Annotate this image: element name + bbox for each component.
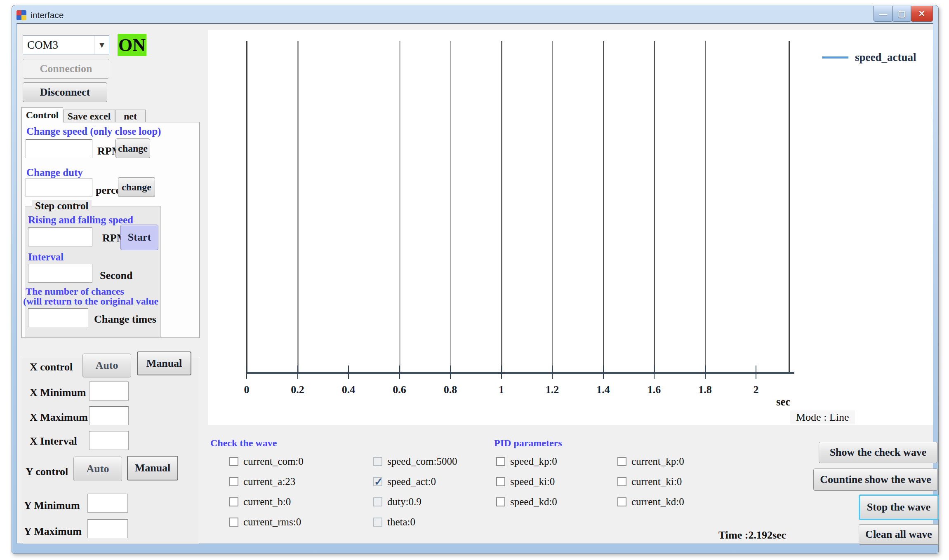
plot-area: 00.20.40.60.811.21.41.61.82 [247, 41, 794, 374]
continue-show-wave-button[interactable]: Countine show the wave [813, 469, 938, 491]
checkbox-label: current_a:23 [243, 476, 295, 487]
check-wave-title: Check the wave [210, 438, 277, 449]
changes-note-line2: (will return to the original value [23, 296, 158, 307]
checkbox-row: current_ki:0 [617, 473, 684, 490]
waveform-gridline [654, 41, 655, 372]
interval-unit-label: Second [100, 269, 132, 282]
waveform-gridline [789, 41, 790, 372]
y-minimum-input[interactable] [87, 494, 128, 513]
checkbox[interactable] [496, 457, 505, 466]
app-icon [16, 10, 26, 20]
checkbox-label: duty:0.9 [387, 496, 422, 508]
checkbox-label: current_ki:0 [631, 476, 682, 487]
status-badge: ON [118, 34, 146, 56]
com-port-select[interactable]: COM3 ▼ [23, 35, 109, 54]
x-minimum-input[interactable] [89, 382, 129, 401]
tab-save-excel[interactable]: Save excel [63, 110, 115, 123]
speed-input[interactable] [26, 139, 92, 158]
x-axis-tick-label: 1 [499, 384, 504, 396]
changes-note-line1: The number of chances [26, 286, 124, 297]
title-bar: interface [16, 9, 64, 21]
checkbox[interactable] [496, 497, 505, 506]
change-times-input[interactable] [28, 308, 88, 327]
checkbox-row: current_rms:0 [229, 514, 304, 530]
pid-checkbox-column-1: speed_kp:0speed_ki:0speed_kd:0 [496, 453, 557, 514]
wave-checkbox-column-1: current_com:0current_a:23current_b:0curr… [229, 453, 304, 534]
minimize-button[interactable]: — [874, 6, 893, 22]
connection-button: Connection [23, 59, 109, 79]
checkbox[interactable] [617, 477, 626, 486]
checkbox-row: current_kd:0 [617, 494, 684, 510]
x-auto-button[interactable]: Auto [82, 354, 131, 377]
checkbox[interactable] [617, 497, 626, 506]
x-axis-tick [348, 366, 349, 379]
x-maximum-label: X Maximum [30, 411, 88, 424]
close-icon: ✕ [918, 9, 925, 19]
x-axis-tick [297, 366, 298, 379]
y-control-title: Y control [26, 466, 68, 478]
chevron-down-icon[interactable]: ▼ [94, 36, 109, 54]
rising-falling-label: Rising and falling speed [28, 214, 133, 226]
waveform-gridline [501, 41, 502, 372]
x-maximum-input[interactable] [89, 406, 129, 425]
maximize-icon: ▢ [898, 9, 906, 19]
wave-checkbox-column-2: speed_com:5000speed_act:0duty:0.9theta:0 [373, 453, 457, 534]
tab-net[interactable]: net [115, 110, 146, 123]
legend-line-swatch [822, 56, 848, 59]
minimize-icon: — [879, 9, 888, 19]
change-speed-label: Change speed (only close loop) [26, 126, 161, 137]
pid-parameters-title: PID parameters [494, 438, 562, 449]
x-manual-button[interactable]: Manual [137, 351, 191, 375]
disconnect-button[interactable]: Disconnect [23, 82, 107, 102]
rising-speed-input[interactable] [28, 227, 92, 246]
checkbox-label: speed_kp:0 [510, 456, 557, 467]
waveform-gridline [450, 41, 451, 372]
speed-change-button[interactable]: change [115, 138, 150, 158]
x-axis-tick [246, 366, 247, 379]
checkbox-label: current_com:0 [243, 456, 304, 467]
y-maximum-label: Y Maximum [24, 525, 82, 538]
y-maximum-input[interactable] [87, 519, 128, 538]
checkbox[interactable] [229, 497, 238, 506]
x-axis-tick-label: 1.4 [596, 384, 610, 396]
checkbox[interactable] [229, 518, 238, 527]
duty-input[interactable] [26, 178, 92, 197]
clean-all-wave-button[interactable]: Clean all wave [859, 524, 939, 545]
x-axis-unit-label: sec [776, 396, 790, 408]
checkbox-row: speed_ki:0 [496, 473, 557, 490]
checkbox[interactable] [496, 477, 505, 486]
checkbox[interactable] [617, 457, 626, 466]
stop-wave-button[interactable]: Stop the wave [859, 494, 939, 520]
chart-mode-label: Mode : Line [790, 410, 855, 424]
tab-control[interactable]: Control [21, 107, 63, 123]
close-button[interactable]: ✕ [911, 6, 933, 22]
x-interval-input[interactable] [89, 431, 129, 450]
start-button[interactable]: Start [120, 225, 158, 250]
checkbox[interactable] [229, 457, 238, 466]
duty-change-button[interactable]: change [118, 177, 155, 197]
change-times-label: Change times [94, 313, 156, 326]
y-auto-button[interactable]: Auto [73, 457, 122, 481]
checkbox [373, 518, 382, 527]
window-title: interface [31, 10, 64, 20]
show-check-wave-button[interactable]: Show the check wave [819, 442, 937, 463]
x-interval-label: X Interval [30, 435, 77, 448]
time-status-label: Time :2.192sec [718, 529, 786, 541]
waveform-gridline [552, 41, 553, 372]
y-manual-button[interactable]: Manual [127, 456, 178, 480]
checkbox-label: theta:0 [387, 516, 415, 528]
checkbox-row: theta:0 [373, 514, 457, 530]
checkbox-row: duty:0.9 [373, 494, 457, 510]
screenshot-root: interface — ▢ ✕ COM3 ▼ ON Connection Dis… [0, 0, 949, 560]
waveform-gridline [705, 41, 706, 372]
checkbox[interactable] [229, 477, 238, 486]
checkbox [373, 497, 382, 506]
x-axis-tick [450, 366, 451, 379]
y-minimum-label: Y Minimum [24, 499, 80, 512]
interval-input[interactable] [28, 264, 92, 283]
checkbox [373, 477, 382, 486]
checkbox-label: current_b:0 [243, 496, 291, 508]
maximize-button[interactable]: ▢ [892, 6, 911, 22]
x-axis-tick [603, 366, 604, 379]
checkbox-label: speed_ki:0 [510, 476, 555, 487]
